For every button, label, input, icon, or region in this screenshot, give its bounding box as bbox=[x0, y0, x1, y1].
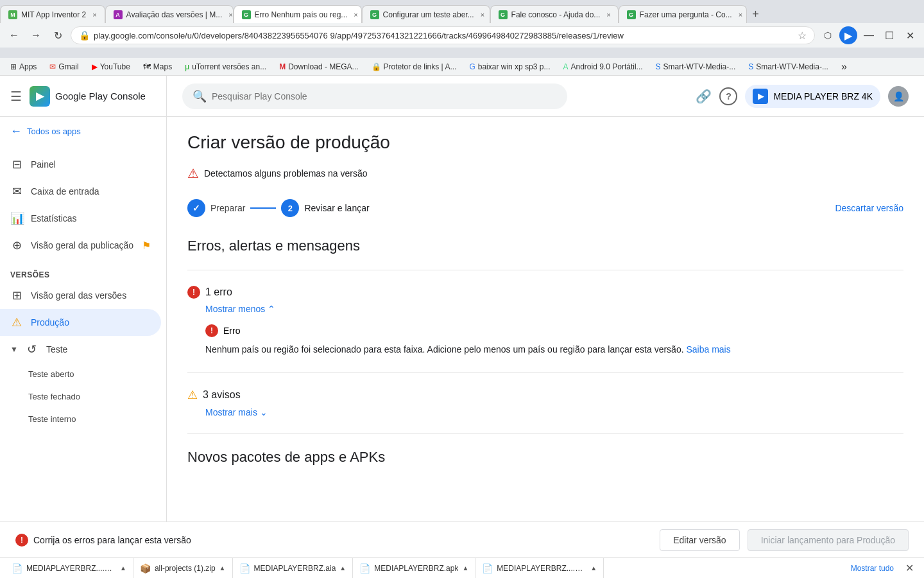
sidebar-item-teste-fechado-label: Teste fechado bbox=[28, 392, 80, 401]
bookmark-youtube[interactable]: ▶ YouTube bbox=[87, 61, 135, 73]
smart1-icon: S bbox=[656, 62, 661, 71]
dl-name-4: MEDIAPLAYERBRZ.apk bbox=[374, 564, 458, 573]
chevron-down-warnings-icon: ⌄ bbox=[260, 407, 268, 417]
browser-tab-6[interactable]: G Fazer uma pergunta - Co... × bbox=[619, 5, 747, 23]
sidebar-item-teste-fechado[interactable]: Teste fechado bbox=[0, 385, 161, 408]
dl-caret-4[interactable]: ▲ bbox=[462, 565, 468, 572]
forward-button[interactable]: → bbox=[27, 26, 45, 44]
sidebar-item-teste-aberto[interactable]: Teste aberto bbox=[0, 363, 161, 385]
extensions-button[interactable]: ⬡ bbox=[819, 26, 837, 44]
sidebar-item-painel[interactable]: ⊟ Painel bbox=[0, 151, 161, 178]
dl-name-5: MEDIAPLAYERBRZ....apk bbox=[497, 564, 586, 573]
dl-name-1: MEDIAPLAYERBRZ....apk bbox=[26, 564, 116, 573]
dl-item-5[interactable]: 📄 MEDIAPLAYERBRZ....apk ▲ bbox=[475, 558, 604, 578]
show-more-toggle[interactable]: Mostrar mais ⌄ bbox=[205, 407, 903, 417]
production-icon: ⚠ bbox=[10, 315, 23, 329]
bookmark-more[interactable]: » bbox=[836, 60, 852, 74]
close-download-bar-button[interactable]: ✕ bbox=[900, 561, 919, 575]
back-to-all-apps[interactable]: ← Todos os apps bbox=[0, 117, 166, 146]
sidebar-item-teste-label: Teste bbox=[46, 344, 67, 355]
launch-button: Iniciar lançamento para Produção bbox=[748, 529, 909, 551]
browser-tab-2[interactable]: A Avaliação das versões | M... × bbox=[105, 5, 234, 23]
show-all-downloads-link[interactable]: Mostrar tudo bbox=[844, 563, 900, 574]
android-icon: A bbox=[563, 62, 568, 71]
sidebar-item-teste[interactable]: ▼ ↺ Teste bbox=[0, 336, 161, 363]
bookmark-gmail[interactable]: ✉ Gmail bbox=[44, 61, 83, 73]
address-bar[interactable]: 🔒 play.google.com/console/u/0/developers… bbox=[71, 26, 815, 44]
discard-version-link[interactable]: Descartar versão bbox=[835, 203, 903, 213]
back-label: Todos os apps bbox=[27, 127, 81, 136]
tab-label-4: Configurar um teste aber... bbox=[383, 10, 474, 19]
address-text: play.google.com/console/u/0/developers/8… bbox=[94, 31, 794, 40]
reload-button[interactable]: ↻ bbox=[49, 26, 67, 44]
tab-close-5[interactable]: × bbox=[606, 11, 610, 19]
tab-close-6[interactable]: × bbox=[739, 11, 742, 19]
bookmark-apps[interactable]: ⊞ Apps bbox=[5, 61, 42, 73]
sidebar-item-visao-versoes[interactable]: ⊞ Visão geral das versões bbox=[0, 282, 161, 309]
bottom-error-text: Corrija os erros para lançar esta versão bbox=[33, 535, 191, 545]
bookmark-mega[interactable]: M Download - MEGA... bbox=[274, 61, 363, 73]
bookmark-star-icon[interactable]: ☆ bbox=[798, 30, 807, 42]
tab-label-3: Erro Nenhum país ou reg... bbox=[255, 10, 348, 19]
tab-close-4[interactable]: × bbox=[481, 11, 484, 19]
bookmark-maps[interactable]: 🗺 Maps bbox=[138, 61, 177, 73]
show-more-label: Mostrar mais bbox=[205, 407, 257, 417]
learn-more-link[interactable]: Saiba mais bbox=[686, 344, 730, 355]
browser-tab-1[interactable]: M MIT App Inventor 2 × bbox=[0, 5, 105, 23]
action-buttons: Editar versão Iniciar lançamento para Pr… bbox=[660, 529, 909, 551]
maps-icon: 🗺 bbox=[143, 62, 151, 71]
hamburger-menu-icon[interactable]: ☰ bbox=[10, 89, 22, 104]
tab-favicon-4: G bbox=[370, 10, 379, 19]
search-input[interactable] bbox=[212, 91, 557, 101]
stats-icon: 📊 bbox=[10, 211, 23, 225]
tab-close-2[interactable]: × bbox=[228, 11, 232, 19]
error-count-icon: ! bbox=[187, 286, 200, 299]
dl-caret-5[interactable]: ▲ bbox=[590, 565, 597, 572]
sidebar-item-caixa[interactable]: ✉ Caixa de entrada bbox=[0, 178, 161, 205]
bookmark-mega-label: Download - MEGA... bbox=[288, 62, 358, 71]
browser-tab-3[interactable]: G Erro Nenhum país ou reg... × bbox=[234, 5, 362, 23]
bookmark-winxp[interactable]: G baixar win xp sp3 p... bbox=[464, 61, 555, 73]
edit-version-button[interactable]: Editar versão bbox=[660, 529, 739, 551]
sidebar-item-producao[interactable]: ⚠ Produção bbox=[0, 309, 161, 336]
bookmark-protetor[interactable]: 🔒 Protetor de links | A... bbox=[366, 61, 462, 73]
dl-caret-1[interactable]: ▲ bbox=[120, 565, 126, 572]
new-tab-button[interactable]: + bbox=[747, 5, 765, 23]
sidebar-nav: ⊟ Painel ✉ Caixa de entrada 📊 Estatístic… bbox=[0, 146, 166, 575]
browser-tab-5[interactable]: G Fale conosco - Ajuda do... × bbox=[490, 5, 619, 23]
sidebar-item-estatisticas[interactable]: 📊 Estatísticas bbox=[0, 205, 161, 232]
dl-item-3[interactable]: 📄 MEDIAPLAYERBRZ.aia ▲ bbox=[233, 558, 354, 578]
apps-icon: ⊞ bbox=[10, 62, 17, 71]
user-avatar[interactable]: 👤 bbox=[888, 86, 909, 107]
app-badge: ▶ MEDIA PLAYER BRZ 4K bbox=[745, 85, 880, 108]
back-button[interactable]: ← bbox=[5, 26, 23, 44]
step-revisar-label: Revisar e lançar bbox=[304, 203, 369, 213]
dl-caret-3[interactable]: ▲ bbox=[339, 565, 346, 572]
minimize-button[interactable]: — bbox=[860, 26, 878, 44]
sidebar-item-visao[interactable]: ⊕ Visão geral da publicação ⚑ bbox=[0, 232, 161, 259]
dl-item-2[interactable]: 📦 all-projects (1).zip ▲ bbox=[133, 558, 233, 578]
profile-button[interactable]: ▶ bbox=[839, 26, 857, 44]
dl-file-icon-2: 📦 bbox=[140, 563, 151, 574]
bookmark-smart1[interactable]: S Smart-WTV-Media-... bbox=[651, 61, 741, 73]
help-icon[interactable]: ? bbox=[719, 87, 737, 105]
browser-tab-4[interactable]: G Configurar um teste aber... × bbox=[362, 5, 490, 23]
close-browser-button[interactable]: ✕ bbox=[901, 26, 919, 44]
sidebar-item-teste-interno[interactable]: Teste interno bbox=[0, 408, 161, 430]
bookmark-android[interactable]: A Android 9.0 Portátil... bbox=[558, 61, 647, 73]
tab-close-1[interactable]: × bbox=[92, 11, 96, 19]
main-content: Criar versão de produção ⚠ Detectamos al… bbox=[167, 117, 924, 575]
dl-item-4[interactable]: 📄 MEDIAPLAYERBRZ.apk ▲ bbox=[353, 558, 475, 578]
show-less-toggle[interactable]: Mostrar menos ⌃ bbox=[205, 304, 903, 314]
bookmark-smart2[interactable]: S Smart-WTV-Media-... bbox=[743, 61, 834, 73]
maximize-button[interactable]: ☐ bbox=[880, 26, 898, 44]
dl-item-1[interactable]: 📄 MEDIAPLAYERBRZ....apk ▲ bbox=[5, 558, 133, 578]
publish-icon: ⊕ bbox=[10, 238, 23, 252]
tab-close-3[interactable]: × bbox=[354, 11, 357, 19]
bookmark-utorrent[interactable]: µ uTorrent versões an... bbox=[180, 61, 271, 73]
error-status: ! Corrija os erros para lançar esta vers… bbox=[15, 534, 191, 547]
link-icon[interactable]: 🔗 bbox=[696, 89, 712, 104]
section-divider-packages bbox=[187, 433, 903, 434]
dl-caret-2[interactable]: ▲ bbox=[219, 565, 226, 572]
sidebar-item-producao-label: Produção bbox=[31, 317, 69, 328]
